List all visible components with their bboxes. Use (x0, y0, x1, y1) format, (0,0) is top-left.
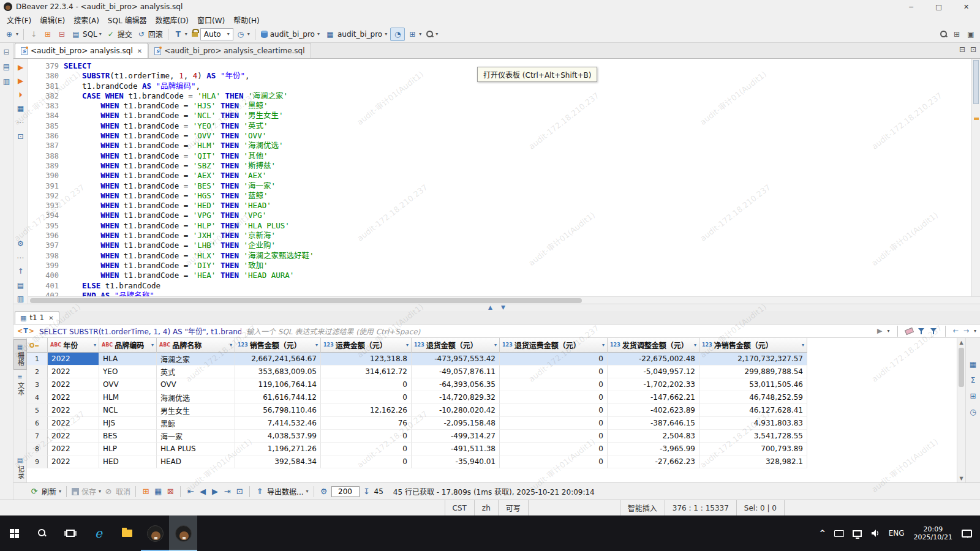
duplicate-row-icon[interactable]: ▦ (153, 487, 163, 496)
last-page-icon[interactable]: ⇥ (222, 487, 232, 496)
grid-cell[interactable]: -10,280,020.42 (412, 404, 500, 417)
column-menu-icon[interactable]: ▾ (230, 342, 232, 348)
expand-icon[interactable]: ⊡ (16, 132, 26, 141)
fetch-size-input[interactable] (331, 486, 360, 497)
transaction-mode-button[interactable]: T ▾ (172, 28, 189, 41)
grid-vscroll-thumb[interactable] (959, 348, 964, 387)
grid-cell[interactable]: 353,683,009.05 (235, 365, 321, 378)
menu-item[interactable]: 窗口(W) (193, 13, 229, 26)
grid-cell[interactable]: 0 (321, 378, 412, 391)
search-menu-button[interactable]: ▾ (424, 28, 440, 41)
editor-hscroll-thumb[interactable] (30, 298, 582, 303)
code-line[interactable]: WHEN t1.brandCode = 'BES' THEN '海一家' (64, 181, 971, 191)
record-mode-toggle[interactable]: ▤ 记录 (14, 453, 26, 482)
column-header[interactable]: 123净销售金额（元）▾ (699, 338, 807, 353)
grid-cell[interactable]: -14,720,829.32 (412, 391, 500, 404)
column-menu-icon[interactable]: ▾ (694, 342, 696, 348)
grid-cell[interactable]: HLA (99, 353, 157, 365)
start-button[interactable] (0, 515, 28, 551)
grid-cell[interactable]: -147,662.21 (608, 391, 699, 404)
first-page-icon[interactable]: ⇤ (186, 487, 195, 496)
code-line[interactable]: WHEN t1.brandCode = 'SBZ' THEN '斯搏兹' (64, 161, 971, 171)
row-number[interactable]: 8 (27, 443, 48, 455)
grid-cell[interactable]: 2,504.83 (608, 430, 699, 443)
settings-gear-icon[interactable]: ⚙ (319, 487, 329, 496)
grid-cell[interactable]: OVV (157, 378, 235, 391)
code-line[interactable]: WHEN t1.brandCode = 'QIT' THEN '其他' (64, 151, 971, 161)
value-panel-icon[interactable]: ▦ (970, 360, 976, 369)
grid-cell[interactable]: 392,584.34 (235, 455, 321, 468)
transaction-log-button[interactable]: ◷ ▾ (234, 28, 252, 41)
grid-cell[interactable]: -1,702,202.33 (608, 378, 699, 391)
row-number[interactable]: 7 (27, 430, 48, 443)
grid-cell[interactable]: 314,612.72 (321, 365, 412, 378)
autocommit-combo[interactable]: Auto ▾ (200, 28, 233, 40)
refresh-icon[interactable]: ⟳ (29, 487, 39, 496)
new-connection-button[interactable]: ⊕ ▾ (2, 28, 20, 41)
presentation-tab-grid[interactable]: ▦ 栅格 (13, 339, 27, 370)
grid-cell[interactable]: 123,318.8 (321, 353, 412, 365)
grid-cell[interactable]: -473,957,553.42 (412, 353, 500, 365)
taskbar-clock[interactable]: 20:09 2025/10/21 (909, 525, 957, 541)
task-view-button[interactable] (56, 515, 85, 551)
grid-cell[interactable]: 61,616,744.12 (235, 391, 321, 404)
chevron-down-icon[interactable]: ▾ (974, 328, 976, 334)
next-page-icon[interactable]: ▶ (210, 487, 220, 496)
grid-cell[interactable]: 2022 (48, 365, 99, 378)
grid-cell[interactable]: YEO (99, 365, 157, 378)
close-tab-icon[interactable]: ✕ (137, 48, 142, 54)
admin-menu-button[interactable]: ⊞ ▾ (405, 28, 423, 41)
column-header[interactable]: 123运费金额（元）▾ (321, 338, 412, 353)
grid-cell[interactable]: 0 (500, 391, 608, 404)
sql-console-button[interactable]: ⊟ (55, 28, 69, 41)
clear-filter-icon[interactable] (905, 327, 914, 334)
grid-cell[interactable]: 男生女生 (157, 404, 235, 417)
insert-mode-indicator[interactable]: 智能插入 (620, 500, 665, 515)
projects-panel-icon[interactable]: ▥ (3, 77, 10, 86)
execute-new-tab-icon[interactable]: ⏵ (16, 90, 26, 100)
column-menu-icon[interactable]: ▾ (602, 342, 605, 348)
chevron-down-icon[interactable]: ▾ (59, 489, 61, 494)
grid-cell[interactable]: 2,667,241,564.67 (235, 353, 321, 365)
delete-row-icon[interactable]: ⊠ (165, 487, 175, 496)
grid-cell[interactable]: 1,196,271.26 (235, 443, 321, 455)
grid-cell[interactable]: 0 (321, 455, 412, 468)
tab-analysis-sql[interactable]: <audit_bi_pro> analysis.sql ✕ (15, 43, 148, 58)
tab-analysis-cleartime-sql[interactable]: <audit_bi_pro> analysis_cleartime.sql (148, 43, 311, 58)
grid-cell[interactable]: 2022 (48, 417, 99, 430)
tray-expand-button[interactable]: ^ (815, 515, 830, 551)
grid-cell[interactable]: 0 (500, 404, 608, 417)
grid-cell[interactable]: -35,940.01 (412, 455, 500, 468)
close-results-tab-icon[interactable]: ✕ (48, 315, 53, 321)
grid-cell[interactable]: 0 (500, 365, 608, 378)
database-navigator-icon[interactable]: ▤ (3, 62, 10, 71)
column-menu-icon[interactable]: ▾ (406, 342, 409, 348)
grid-cell[interactable]: 2022 (48, 353, 99, 365)
grid-cell[interactable]: 0 (500, 430, 608, 443)
code-line[interactable]: WHEN t1.brandCode = 'NCL' THEN '男生女生' (64, 111, 971, 121)
column-header[interactable]: 123销售金额（元）▾ (235, 338, 321, 353)
menu-item[interactable]: 文件(F) (2, 13, 36, 26)
execute-script-icon[interactable]: ▶ (16, 77, 26, 86)
cancel-button[interactable]: 取消 (116, 486, 130, 497)
code-line[interactable]: WHEN t1.brandCode = 'VPG' THEN 'VPG' (64, 211, 971, 220)
grid-vscrollbar[interactable]: ▲ ▼ (957, 338, 965, 482)
execute-statement-icon[interactable]: ▶ (16, 62, 26, 72)
minimize-button[interactable]: ─ (897, 0, 925, 13)
grid-cell[interactable]: BES (99, 430, 157, 443)
log-icon[interactable]: ▤ (16, 280, 26, 290)
row-number[interactable]: 4 (27, 391, 48, 404)
grid-cell[interactable]: 2022 (48, 404, 99, 417)
input-language-button[interactable]: ENG (884, 515, 909, 551)
grid-cell[interactable]: HED (99, 455, 157, 468)
grid-cell[interactable]: 328,982.1 (699, 455, 807, 468)
export-data-button[interactable]: 导出数据... (267, 486, 303, 497)
grid-cell[interactable]: -5,049,957.12 (608, 365, 699, 378)
filter-input[interactable]: 输入一个 SQL 表达式来过滤结果 (使用 Ctrl+Space) (246, 326, 420, 336)
history-back-icon[interactable]: ← (953, 327, 959, 335)
scroll-down-icon[interactable]: ▼ (959, 474, 963, 482)
grid-cell[interactable]: -499,314.27 (412, 430, 500, 443)
grid-cell[interactable]: 56,798,110.46 (235, 404, 321, 417)
menu-item[interactable]: SQL 编辑器 (104, 13, 151, 26)
grid-cell[interactable]: 76 (321, 417, 412, 430)
